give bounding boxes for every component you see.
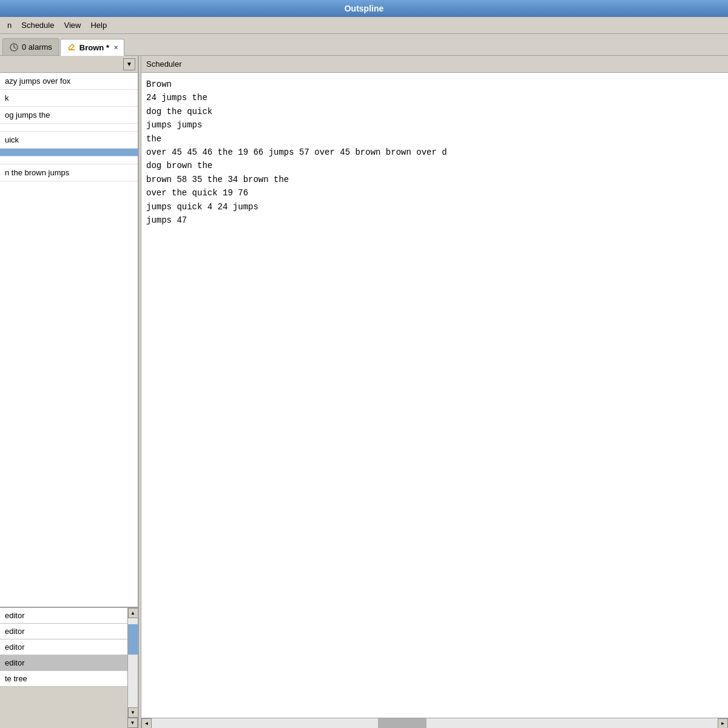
sidebar-item-5[interactable]: uick [0, 132, 138, 149]
content-area: ▼ azy jumps over fox k og jumps the uick… [0, 56, 728, 728]
tab-alarms-label: 0 alarms [22, 42, 52, 52]
tab-brown[interactable]: Brown * × [60, 39, 125, 56]
bottom-item-1[interactable]: editor [0, 608, 127, 624]
scroll-up-button[interactable]: ▲ [128, 608, 138, 618]
horizontal-scrollbar: ◄ ► [141, 718, 728, 728]
sidebar-dropdown-button[interactable]: ▼ [123, 58, 135, 70]
sidebar-bottom-arrows: ▼ [0, 718, 138, 728]
svg-line-2 [14, 47, 16, 49]
sidebar-item-2[interactable]: k [0, 90, 138, 107]
sidebar-header: ▼ [0, 56, 138, 73]
sidebar-item-1[interactable]: azy jumps over fox [0, 73, 138, 90]
sidebar-list: azy jumps over fox k og jumps the uick n… [0, 73, 138, 607]
main-editor: Scheduler Brown 24 jumps the dog the qui… [141, 56, 728, 728]
h-scroll-right-button[interactable]: ► [718, 718, 728, 729]
sidebar-bottom-list: editor editor editor editor te tree ▲ ▼ [0, 608, 138, 718]
sidebar: ▼ azy jumps over fox k og jumps the uick… [0, 56, 138, 728]
editor-content: Brown 24 jumps the dog the quick jumps j… [141, 73, 728, 728]
sidebar-bottom-panel: editor editor editor editor te tree ▲ ▼ [0, 607, 138, 728]
menu-schedule[interactable]: Schedule [16, 19, 59, 32]
sidebar-scrollbar: ▲ ▼ [127, 608, 138, 718]
tab-brown-close[interactable]: × [114, 44, 118, 51]
menu-n[interactable]: n [2, 19, 16, 32]
text-content[interactable]: Brown 24 jumps the dog the quick jumps j… [141, 73, 728, 232]
text-area-wrapper[interactable]: Brown 24 jumps the dog the quick jumps j… [141, 73, 728, 718]
h-scroll-left-button[interactable]: ◄ [141, 718, 152, 729]
sidebar-item-4[interactable] [0, 124, 138, 132]
sidebar-item-6[interactable] [0, 149, 138, 157]
tab-alarms[interactable]: 0 alarms [2, 38, 59, 55]
h-scroll-track[interactable] [152, 718, 718, 728]
alarm-icon [9, 42, 19, 52]
scroll-thumb[interactable] [128, 624, 138, 655]
app-body: 0 alarms Brown * × ▼ azy jumps [0, 34, 728, 728]
sidebar-item-7[interactable] [0, 157, 138, 164]
app-title: Outspline [345, 4, 384, 13]
menu-view[interactable]: View [59, 19, 86, 32]
edit-icon [67, 42, 76, 52]
h-scroll-thumb[interactable] [378, 718, 426, 728]
sidebar-bottom-items: editor editor editor editor te tree [0, 608, 127, 718]
sidebar-arrow-down[interactable]: ▼ [127, 718, 138, 728]
bottom-item-4[interactable]: editor [0, 655, 127, 671]
tab-bar: 0 alarms Brown * × [0, 34, 728, 56]
scheduler-bar: Scheduler [141, 56, 728, 73]
sidebar-item-8[interactable]: n the brown jumps [0, 164, 138, 181]
scroll-track[interactable] [128, 618, 138, 707]
svg-line-5 [72, 44, 74, 46]
tab-brown-label: Brown * [79, 43, 109, 52]
menu-help[interactable]: Help [86, 19, 112, 32]
scroll-down-button[interactable]: ▼ [128, 707, 138, 718]
bottom-item-5[interactable]: te tree [0, 671, 127, 687]
sidebar-item-3[interactable]: og jumps the [0, 107, 138, 124]
bottom-item-3[interactable]: editor [0, 639, 127, 655]
menu-bar: n Schedule View Help [0, 17, 728, 34]
bottom-item-2[interactable]: editor [0, 624, 127, 639]
title-bar: Outspline [0, 0, 728, 17]
scheduler-label: Scheduler [146, 59, 182, 69]
